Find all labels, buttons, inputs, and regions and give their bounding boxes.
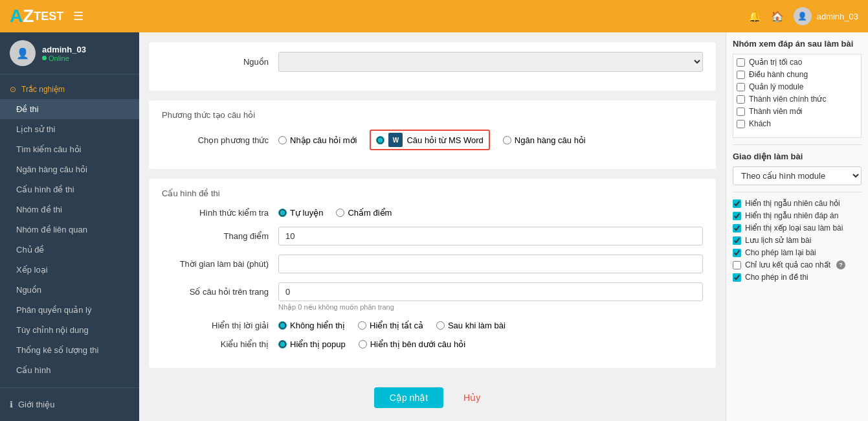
option-hien-thi-tat-ca[interactable]: Hiển thị tất cả (358, 321, 423, 330)
main-layout: 👤 adminh_03 Online ⊙ Trắc nghiệm Đề thi … (0, 32, 868, 421)
sidebar-item-phan-quyen[interactable]: Phân quyền quản lý (0, 300, 139, 320)
radio-ben-duoi[interactable] (359, 340, 367, 348)
option-nhap-moi[interactable]: Nhập câu hỏi mới (278, 135, 357, 145)
setting-label: Hiển thị ngẫu nhiên đáp án (745, 211, 838, 220)
thang-diem-label: Thang điểm (162, 231, 278, 241)
setting-label: Cho phép in đề thi (745, 273, 808, 282)
trac-nghiem-icon: ⊙ (10, 85, 16, 94)
radio-hien-thi-tat-ca[interactable] (358, 321, 366, 330)
hinh-thuc-radio-group: Tự luyện Chấm điểm (278, 208, 392, 218)
radio-ms-word[interactable] (376, 136, 384, 144)
logo-a: A (10, 6, 23, 27)
radio-khong-hien-thi[interactable] (278, 321, 287, 330)
thoi-gian-input[interactable] (278, 255, 703, 273)
so-cau-row: Số câu hỏi trên trang Nhập 0 nếu không m… (162, 282, 703, 312)
sidebar-item-nhom-de-lien-quan[interactable]: Nhóm đề liên quan (0, 220, 139, 240)
sidebar-item-tuy-chinh[interactable]: Tùy chỉnh nội dung (0, 320, 139, 340)
sidebar-item-label: Tùy chỉnh nội dung (16, 325, 89, 335)
giao-dien-select[interactable]: Theo cấu hình module Mặc định Tùy chỉnh (733, 166, 862, 185)
sidebar-item-label: Ngân hàng câu hỏi (16, 165, 87, 174)
sau-khi-lam-bai-label: Sau khi làm bài (448, 321, 506, 330)
right-panel: Nhóm xem đáp án sau làm bài Quản trị tối… (726, 32, 868, 421)
admin-info[interactable]: 👤 adminh_03 (794, 7, 858, 25)
nhom-label: Thành viên mới (749, 107, 802, 116)
so-cau-input[interactable] (278, 282, 703, 301)
checkbox-quan-tri-toi-cao[interactable] (737, 58, 745, 67)
nhom-khach[interactable]: Khách (737, 119, 858, 128)
sidebar-header-trac-nghiem[interactable]: ⊙ Trắc nghiệm (0, 80, 139, 99)
sidebar-item-gioi-thieu[interactable]: ℹ Giới thiệu (10, 394, 129, 415)
option-ben-duoi[interactable]: Hiển thị bên dưới câu hỏi (359, 339, 465, 349)
sidebar-item-nhom-de-thi[interactable]: Nhóm đề thi (0, 199, 139, 220)
checkbox-ngau-nhien-dap-an[interactable] (733, 212, 741, 220)
checkbox-cho-phep-in[interactable] (733, 273, 741, 282)
checkbox-ngau-nhien-cau-hoi[interactable] (733, 199, 741, 208)
sidebar-item-label: Tìm kiếm câu hỏi (16, 144, 82, 154)
option-nhap-moi-label: Nhập câu hỏi mới (290, 135, 357, 145)
setting-cho-phep-lam-lai[interactable]: Cho phép làm lại bài (733, 248, 862, 257)
sidebar-item-de-thi[interactable]: Đề thi (0, 99, 139, 119)
nhom-quan-ly-module[interactable]: Quản lý module (737, 82, 858, 91)
main-content: Nguồn Phương thức tạo câu hỏi Chọn phươn… (139, 32, 726, 421)
nhom-thanh-vien-moi[interactable]: Thành viên mới (737, 107, 858, 116)
nhom-label: Quản lý module (749, 82, 803, 91)
checkbox-chi-luu-cao-nhat[interactable] (733, 261, 741, 269)
cap-nhat-button[interactable]: Cập nhật (374, 387, 443, 408)
nhom-dieu-hanh-chung[interactable]: Điều hành chung (737, 70, 858, 79)
option-popup[interactable]: Hiển thị popup (278, 339, 346, 349)
radio-tu-luyen[interactable] (278, 209, 287, 217)
setting-luu-lich-su[interactable]: Lưu lịch sử làm bài (733, 236, 862, 245)
setting-xep-loai[interactable]: Hiển thị xếp loại sau làm bài (733, 223, 862, 233)
option-tu-luyen[interactable]: Tự luyện (278, 208, 323, 218)
option-khong-hien-thi[interactable]: Không hiển thị (278, 321, 345, 330)
checkbox-thanh-vien-chinh-thuc[interactable] (737, 95, 745, 104)
nhom-scroll-area[interactable]: Quản trị tối cao Điều hành chung Quản lý… (733, 54, 862, 138)
sidebar-item-lich-su-thi[interactable]: Lịch sử thi (0, 119, 139, 139)
radio-popup[interactable] (278, 340, 287, 348)
sidebar-item-cau-hinh-de-thi[interactable]: Cấu hình đề thi (0, 179, 139, 199)
nhom-quan-tri-toi-cao[interactable]: Quản trị tối cao (737, 58, 858, 67)
checkbox-xep-loai[interactable] (733, 224, 741, 233)
option-sau-khi-lam-bai[interactable]: Sau khi làm bài (436, 321, 506, 330)
radio-ngan-hang[interactable] (503, 136, 511, 144)
checkbox-quan-ly-module[interactable] (737, 83, 745, 91)
sidebar-item-nguon[interactable]: Nguồn (0, 280, 139, 300)
setting-ngau-nhien-dap-an[interactable]: Hiển thị ngẫu nhiên đáp án (733, 211, 862, 220)
sidebar-item-label: Cấu hình đề thi (16, 185, 74, 194)
setting-ngau-nhien-cau-hoi[interactable]: Hiển thị ngẫu nhiên câu hỏi (733, 199, 862, 208)
logo: A Z TEST (10, 6, 63, 27)
checkbox-khach[interactable] (737, 120, 745, 128)
checkbox-dieu-hanh-chung[interactable] (737, 71, 745, 79)
radio-nhap-moi[interactable] (278, 136, 287, 144)
setting-chi-luu-cao-nhat[interactable]: Chỉ lưu kết quả cao nhất ? (733, 260, 862, 269)
checkbox-cho-phep-lam-lai[interactable] (733, 249, 741, 257)
option-ms-word-container: W Câu hỏi từ MS Word (370, 130, 489, 150)
nhom-label: Điều hành chung (749, 70, 808, 79)
option-cham-diem[interactable]: Chấm điểm (336, 208, 392, 218)
option-ngan-hang[interactable]: Ngân hàng câu hỏi (503, 135, 586, 145)
checkbox-luu-lich-su[interactable] (733, 236, 741, 245)
nhom-thanh-vien-chinh-thuc[interactable]: Thành viên chính thức (737, 95, 858, 104)
setting-label: Chỉ lưu kết quả cao nhất (745, 260, 830, 269)
online-label: Online (49, 54, 69, 62)
radio-sau-khi-lam-bai[interactable] (436, 321, 445, 330)
setting-cho-phep-in[interactable]: Cho phép in đề thi (733, 273, 862, 282)
sidebar-item-chu-de[interactable]: Chủ đề (0, 240, 139, 260)
sidebar-item-ngan-hang-cau-hoi[interactable]: Ngân hàng câu hỏi (0, 159, 139, 179)
huy-button[interactable]: Hủy (453, 387, 491, 408)
cham-diem-label: Chấm điểm (348, 208, 392, 218)
option-ms-word[interactable]: W Câu hỏi từ MS Word (376, 133, 483, 147)
hamburger-icon[interactable]: ☰ (73, 9, 83, 23)
notification-icon[interactable]: 🔔 (748, 10, 761, 23)
nguon-select[interactable] (278, 52, 703, 72)
sidebar-item-cau-hinh[interactable]: Cấu hình (0, 360, 139, 380)
thang-diem-input[interactable] (278, 227, 703, 245)
sidebar-item-thong-ke[interactable]: Thống kê số lượng thi (0, 340, 139, 360)
sidebar-item-tim-kiem-cau-hoi[interactable]: Tìm kiếm câu hỏi (0, 139, 139, 159)
checkbox-thanh-vien-moi[interactable] (737, 108, 745, 116)
sidebar-item-xep-loai[interactable]: Xếp loại (0, 260, 139, 280)
nav-right: 🔔 🏠 👤 adminh_03 (748, 7, 858, 25)
home-icon[interactable]: 🏠 (771, 10, 784, 23)
hien-thi-loi-giai-label: Hiển thị lời giải (162, 321, 278, 330)
radio-cham-diem[interactable] (336, 209, 344, 217)
